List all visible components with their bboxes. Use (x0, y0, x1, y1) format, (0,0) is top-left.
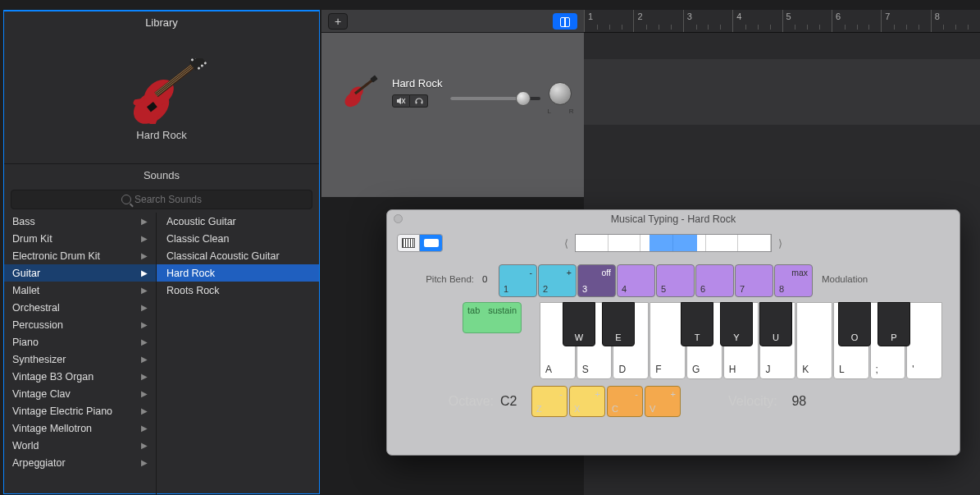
number-key[interactable]: -1 (499, 264, 537, 297)
category-row[interactable]: Synthesizer▶ (4, 351, 156, 368)
category-row[interactable]: Percussion▶ (4, 316, 156, 333)
chevron-right-icon: ▶ (141, 303, 148, 312)
track-lane-header-area: Hard Rock LR (321, 33, 584, 197)
octave-velocity-key[interactable]: -C (607, 386, 643, 417)
typing-view-button[interactable] (420, 234, 443, 252)
velocity-value: 98 (791, 394, 806, 408)
track-channel[interactable]: Hard Rock LR (321, 59, 584, 125)
octave-velocity-key[interactable]: +X (569, 386, 605, 417)
close-icon[interactable] (394, 214, 403, 223)
search-placeholder: Search Sounds (134, 194, 202, 205)
arrange-lane[interactable] (584, 59, 980, 125)
window-title: Musical Typing - Hard Rock (611, 213, 736, 225)
chevron-right-icon: ▶ (141, 251, 148, 260)
category-row[interactable]: Drum Kit▶ (4, 230, 156, 247)
catch-playhead-button[interactable] (553, 13, 577, 30)
library-preview-name: Hard Rock (136, 129, 186, 141)
timeline-ruler[interactable]: 12345678 (584, 10, 980, 33)
chevron-right-icon: ▶ (141, 268, 148, 277)
volume-slider[interactable] (450, 97, 540, 100)
category-row[interactable]: Bass▶ (4, 213, 156, 230)
sounds-title: Sounds (4, 163, 319, 186)
number-key[interactable]: +2 (538, 264, 577, 297)
patch-row[interactable]: Acoustic Guitar (157, 213, 319, 230)
view-mode-segment (397, 234, 443, 252)
octave-label: Octave: (449, 394, 494, 408)
black-key[interactable]: W (563, 302, 595, 346)
number-key[interactable]: 4 (617, 264, 655, 297)
category-row[interactable]: Vintage Clav▶ (4, 385, 156, 402)
patch-row[interactable]: Hard Rock (157, 264, 319, 282)
guitar-icon (331, 74, 384, 110)
pan-knob[interactable] (549, 82, 572, 105)
keyboard-icon (424, 239, 439, 247)
category-row[interactable]: Piano▶ (4, 333, 156, 351)
piano-view-button[interactable] (397, 234, 420, 252)
chevron-right-icon: ▶ (141, 372, 148, 381)
chevron-right-icon: ▶ (141, 217, 148, 226)
black-key[interactable]: U (759, 302, 792, 346)
category-row[interactable]: Orchestral▶ (4, 299, 156, 316)
keyboard-range-display[interactable] (575, 234, 772, 252)
library-panel: Library Hard Rock Sounds Search S (3, 10, 320, 494)
guitar-icon (104, 58, 219, 124)
octave-velocity-key[interactable]: -Z (531, 386, 567, 417)
category-row[interactable]: Vintage Electric Piano▶ (4, 402, 156, 419)
white-key[interactable]: K (796, 302, 832, 379)
patch-row[interactable]: Roots Rock (157, 282, 319, 299)
category-row[interactable]: Guitar▶ (4, 264, 156, 282)
mute-button[interactable] (392, 94, 410, 108)
svg-rect-21 (421, 101, 422, 103)
add-track-button[interactable]: + (328, 13, 348, 30)
library-title: Library (4, 11, 319, 35)
search-icon (121, 195, 131, 204)
category-row[interactable]: Vintage Mellotron▶ (4, 419, 156, 437)
chevron-right-icon: ▶ (141, 286, 148, 295)
piano-keys: ASDFGHJKL;'WETYUOP (540, 302, 943, 379)
search-input[interactable]: Search Sounds (11, 190, 312, 209)
category-row[interactable]: Electronic Drum Kit▶ (4, 247, 156, 264)
track-name: Hard Rock (392, 77, 442, 89)
category-row[interactable]: World▶ (4, 437, 156, 454)
black-key[interactable]: E (602, 302, 635, 346)
tracks-header: + (321, 10, 584, 33)
solo-headphones-button[interactable] (410, 94, 428, 108)
number-key[interactable]: 6 (695, 264, 734, 297)
octave-value: C2 (500, 386, 531, 409)
chevron-right-icon: ▶ (141, 458, 148, 467)
chevron-right-icon: ▶ (141, 424, 148, 433)
black-key[interactable]: O (838, 302, 871, 346)
category-row[interactable]: Vintage B3 Organ▶ (4, 368, 156, 385)
velocity-label: Velocity: (728, 394, 777, 408)
number-key[interactable]: 5 (656, 264, 695, 297)
white-key[interactable]: ' (906, 302, 942, 379)
octave-right-button[interactable]: ⟩ (778, 237, 782, 250)
piano-icon (402, 238, 415, 248)
category-row[interactable]: Mallet▶ (4, 282, 156, 299)
number-key[interactable]: 7 (735, 264, 773, 297)
black-key[interactable]: P (877, 302, 910, 346)
chevron-right-icon: ▶ (141, 355, 148, 364)
category-list[interactable]: Bass▶Drum Kit▶Electronic Drum Kit▶Guitar… (4, 213, 157, 495)
black-key[interactable]: T (681, 302, 713, 346)
sustain-key[interactable]: sustain tab (463, 302, 522, 333)
chevron-right-icon: ▶ (141, 234, 148, 243)
patch-row[interactable]: Classical Acoustic Guitar (157, 247, 319, 264)
octave-velocity-key[interactable]: +V (645, 386, 681, 417)
musical-typing-window: Musical Typing - Hard Rock ⟨ ⟩ Pitch Ben… (386, 209, 960, 456)
octave-left-button[interactable]: ⟨ (564, 237, 568, 250)
library-preview: Hard Rock (4, 35, 319, 163)
number-key[interactable]: off3 (577, 264, 616, 297)
patch-row[interactable]: Classic Clean (157, 230, 319, 247)
patch-list[interactable]: Acoustic GuitarClassic CleanClassical Ac… (157, 213, 319, 495)
pitch-bend-label: Pitch Bend: (403, 264, 482, 284)
category-row[interactable]: Arpeggiator▶ (4, 454, 156, 471)
pitch-bend-value: 0 (482, 264, 499, 284)
chevron-right-icon: ▶ (141, 389, 148, 398)
black-key[interactable]: Y (720, 302, 753, 346)
chevron-right-icon: ▶ (141, 337, 148, 346)
chevron-right-icon: ▶ (141, 441, 148, 450)
window-titlebar[interactable]: Musical Typing - Hard Rock (387, 210, 959, 228)
chevron-right-icon: ▶ (141, 320, 148, 329)
number-key[interactable]: max8 (774, 264, 813, 297)
